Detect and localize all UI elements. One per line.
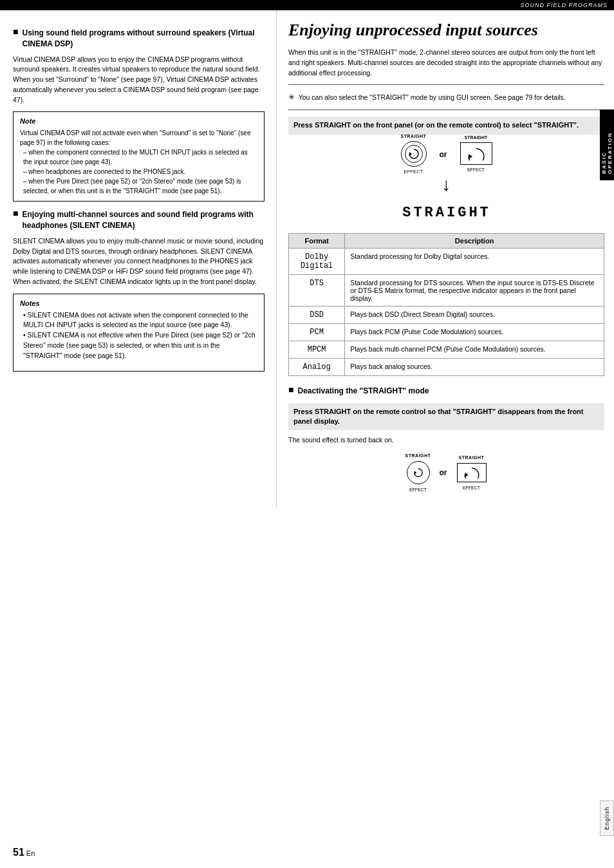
table-row: Analog Plays back analog sources. (289, 358, 604, 375)
note2-list: SILENT CINEMA does not activate when the… (20, 310, 257, 361)
desc-dolby-digital: Standard processing for Dolby Digital so… (345, 248, 604, 274)
basic-operation-label: BASIC OPERATION (601, 116, 613, 174)
section1-heading: ■ Using sound field programs without sur… (13, 28, 265, 50)
desc-pcm: Plays back PCM (Pulse Code Modulation) s… (345, 323, 604, 341)
press-instruction: Press STRAIGHT on the front panel (or on… (288, 117, 604, 134)
btn2-top-left: STRAIGHT (405, 453, 431, 458)
tip-text: ✳ You can also select the "STRAIGHT" mod… (288, 91, 604, 103)
deactivating-heading: ■ Deactivating the "STRAIGHT" mode (288, 386, 604, 397)
deactivating-result: The sound effect is turned back on. (288, 435, 604, 446)
english-sidebar: English (600, 800, 614, 836)
desc-analog: Plays back analog sources. (345, 358, 604, 375)
svg-text:STRAIGHT: STRAIGHT (402, 205, 491, 221)
header-description: Description (345, 233, 604, 248)
button-icon-rect: STRAIGHT EFFECT (460, 142, 492, 166)
english-label: English (604, 806, 610, 830)
btn2-bottom-left: EFFECT (409, 487, 427, 492)
btn2-bottom-right: EFFECT (463, 486, 480, 490)
note1-item2: when headphones are connected to the PHO… (23, 167, 257, 176)
section1-bullet: ■ (13, 26, 18, 37)
section2-notes: Notes SILENT CINEMA does not activate wh… (13, 294, 265, 372)
format-analog: Analog (289, 358, 345, 375)
btn-top-label-right: STRAIGHT (465, 135, 488, 140)
page-num: 51 (13, 847, 24, 858)
format-dolby-digital: Dolby Digital (289, 248, 345, 274)
table-row: PCM Plays back PCM (Pulse Code Modulatio… (289, 323, 604, 341)
note2-item2: SILENT CINEMA is not effective when the … (23, 330, 257, 361)
or-label-2: or (440, 468, 447, 477)
section2-body: SILENT CINEMA allows you to enjoy multi-… (13, 236, 265, 287)
right-column: Enjoying unprocessed input sources When … (277, 10, 614, 508)
format-dsd: DSD (289, 306, 345, 323)
deactivating-section: ■ Deactivating the "STRAIGHT" mode Press… (288, 386, 604, 493)
header-bar: SOUND FIELD PROGRAMS (0, 0, 614, 10)
btn2-circle (407, 461, 430, 484)
format-table: Format Description Dolby Digital Standar… (288, 233, 604, 376)
section1-title: Using sound field programs without surro… (22, 28, 265, 50)
button-diagram-1: STRAIGHT EFFECT or STRAIGHT (288, 141, 604, 168)
table-row: DSD Plays back DSD (Direct Stream Digita… (289, 306, 604, 323)
main-content: ■ Using sound field programs without sur… (0, 10, 614, 508)
note1-list: when the component connected to the MULT… (20, 147, 257, 196)
straight-lcd-display: STRAIGHT (382, 198, 511, 222)
desc-dsd: Plays back DSD (Direct Stream Digital) s… (345, 306, 604, 323)
button-rect: STRAIGHT EFFECT (460, 142, 492, 165)
table-row: Dolby Digital Standard processing for Do… (289, 248, 604, 274)
button-circle-inner (405, 145, 423, 163)
format-pcm: PCM (289, 323, 345, 341)
section2-bullet: ■ (13, 208, 18, 218)
note1-title: Note (20, 117, 257, 125)
btn2-rect-icon (463, 467, 480, 478)
straight-display: STRAIGHT (288, 198, 604, 225)
page-number: 51 En (13, 847, 35, 858)
header-title: SOUND FIELD PROGRAMS (520, 2, 608, 8)
deactivating-instruction: Press STRAIGHT on the remote control so … (288, 403, 604, 431)
table-header-row: Format Description (289, 233, 604, 248)
section2-title: Enjoying multi-channel sources and sound… (22, 209, 265, 231)
note1-body: Virtual CINEMA DSP will not activate eve… (20, 128, 257, 147)
section1-note: Note Virtual CINEMA DSP will not activat… (13, 111, 265, 202)
btn-bottom-label-right: EFFECT (467, 167, 485, 172)
page-container: SOUND FIELD PROGRAMS ■ Using sound field… (0, 0, 614, 868)
svg-marker-4 (465, 473, 468, 477)
desc-dts: Standard processing for DTS sources. Whe… (345, 274, 604, 306)
btn-top-label-left: STRAIGHT (401, 134, 427, 138)
or-label: or (440, 150, 447, 159)
btn2-circular-icon (413, 467, 423, 478)
svg-marker-1 (469, 154, 472, 159)
table-row: MPCM Plays back multi-channel PCM (Pulse… (289, 341, 604, 358)
header-format: Format (289, 233, 345, 248)
tip-divider (288, 109, 604, 110)
format-mpcm: MPCM (289, 341, 345, 358)
section2-heading: ■ Enjoying multi-channel sources and sou… (13, 209, 265, 231)
table-row: DTS Standard processing for DTS sources.… (289, 274, 604, 306)
btn-bottom-label-left: EFFECT (404, 169, 423, 174)
right-title: Enjoying unprocessed input sources (288, 20, 604, 40)
tip-icon: ✳ (288, 91, 295, 103)
button-icon-round-2: STRAIGHT EFFECT (407, 452, 430, 493)
note2-title: Notes (20, 299, 257, 307)
right-intro: When this unit is in the "STRAIGHT" mode… (288, 48, 604, 78)
note1-item1: when the component connected to the MULT… (23, 147, 257, 167)
deactivating-bullet: ■ (288, 384, 293, 395)
desc-mpcm: Plays back multi-channel PCM (Pulse Code… (345, 341, 604, 358)
left-column: ■ Using sound field programs without sur… (0, 10, 277, 508)
intro-divider (288, 84, 604, 85)
circular-arrow-icon (408, 148, 420, 160)
btn2-top-right: STRAIGHT (459, 455, 485, 460)
tip-content: You can also select the "STRAIGHT" mode … (299, 93, 566, 101)
button-icon-rect-2: STRAIGHT EFFECT (457, 454, 487, 491)
btn2-rect (457, 463, 487, 482)
svg-marker-3 (414, 471, 416, 474)
page-suffix: En (24, 849, 35, 857)
section1-body: Virtual CINEMA DSP allows you to enjoy t… (13, 55, 265, 106)
rect-button-icon (467, 147, 485, 160)
arrow-down: ↓ (288, 175, 604, 195)
basic-operation-sidebar: BASIC OPERATION (600, 109, 614, 180)
deactivating-title: Deactivating the "STRAIGHT" mode (297, 386, 429, 397)
format-dts: DTS (289, 274, 345, 306)
button-circle: STRAIGHT EFFECT (401, 141, 427, 167)
note1-item3: when the Pure Direct (see page 52) or "2… (23, 176, 257, 196)
button-diagram-2: STRAIGHT EFFECT or (288, 452, 604, 493)
note2-item1: SILENT CINEMA does not activate when the… (23, 310, 257, 331)
